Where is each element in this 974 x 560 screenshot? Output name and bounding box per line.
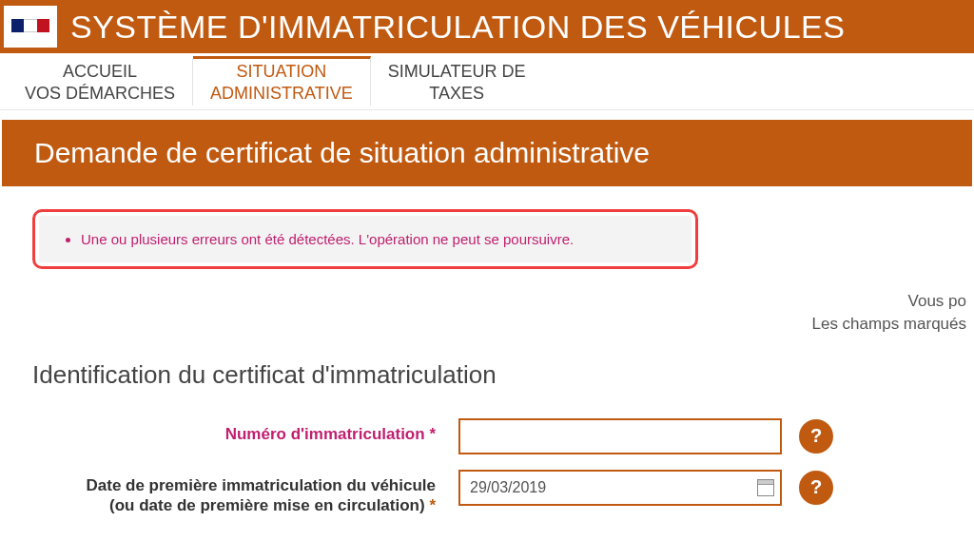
- field-immatriculation: ?: [458, 418, 833, 454]
- section-heading: Identification du certificat d'immatricu…: [32, 360, 966, 390]
- nav-label: SITUATION: [210, 61, 353, 83]
- calendar-icon[interactable]: [757, 479, 774, 496]
- error-message: Une ou plusieurs erreurs ont été détecté…: [81, 231, 667, 247]
- hint-line: Vous po: [32, 290, 966, 313]
- nav-label: TAXES: [388, 83, 526, 105]
- date-input-wrap: [458, 470, 782, 506]
- hint-line: Les champs marqués: [32, 313, 966, 336]
- immatriculation-input[interactable]: [458, 418, 782, 454]
- page-title: Demande de certificat de situation admin…: [2, 120, 972, 186]
- site-header: SYSTÈME D'IMMATRICULATION DES VÉHICULES: [0, 0, 974, 53]
- content-area: Une ou plusieurs erreurs ont été détecté…: [0, 209, 974, 515]
- label-immatriculation: Numéro d'immatriculation *: [32, 418, 458, 444]
- help-button[interactable]: ?: [799, 419, 833, 454]
- main-nav: ACCUEIL VOS DÉMARCHES SITUATION ADMINIST…: [0, 53, 974, 110]
- label-date: Date de première immatriculation du véhi…: [32, 470, 458, 516]
- date-input[interactable]: [458, 470, 782, 506]
- nav-item-simulateur[interactable]: SIMULATEUR DE TAXES: [371, 59, 543, 106]
- tricolor-icon: [11, 19, 49, 32]
- help-button[interactable]: ?: [799, 471, 833, 505]
- required-mark: *: [429, 425, 436, 443]
- nav-label: VOS DÉMARCHES: [25, 83, 175, 105]
- gov-logo: [4, 6, 57, 48]
- form-row-date: Date de première immatriculation du véhi…: [32, 470, 966, 516]
- nav-item-situation[interactable]: SITUATION ADMINISTRATIVE: [193, 56, 371, 106]
- nav-label: ACCUEIL: [25, 61, 175, 83]
- error-alert-highlight: Une ou plusieurs erreurs ont été détecté…: [32, 209, 698, 269]
- site-title: SYSTÈME D'IMMATRICULATION DES VÉHICULES: [70, 9, 845, 46]
- error-alert: Une ou plusieurs erreurs ont été détecté…: [39, 216, 692, 262]
- nav-label: SIMULATEUR DE: [388, 61, 526, 83]
- page-hints: Vous po Les champs marqués: [32, 290, 966, 336]
- nav-item-accueil[interactable]: ACCUEIL VOS DÉMARCHES: [8, 59, 193, 106]
- nav-label: ADMINISTRATIVE: [210, 83, 353, 105]
- label-text: Numéro d'immatriculation: [225, 425, 425, 443]
- field-date: ?: [458, 470, 833, 506]
- form-row-immatriculation: Numéro d'immatriculation * ?: [32, 418, 966, 454]
- required-mark: *: [429, 496, 436, 514]
- label-text: Date de première immatriculation du véhi…: [86, 476, 436, 494]
- label-text: (ou date de première mise en circulation…: [109, 496, 425, 514]
